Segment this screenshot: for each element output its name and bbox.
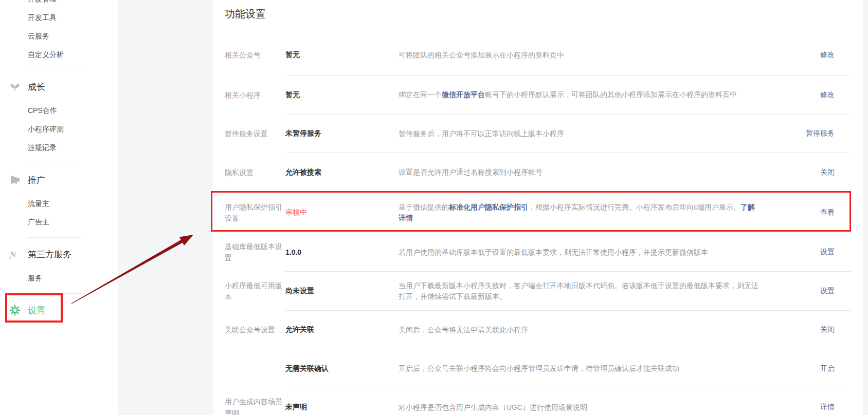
min-sdk-version-action-link[interactable]: 设置	[820, 248, 835, 256]
setting-action: 开启	[761, 364, 835, 373]
setting-value: 允许被搜索	[285, 168, 399, 177]
sidebar-divider	[27, 70, 82, 70]
sidebar-section-label: 成长	[28, 81, 45, 93]
sidebar-item-advertiser[interactable]: 广告主	[0, 213, 118, 231]
setting-action: 关闭	[761, 325, 835, 334]
sidebar-item-custom-analytics[interactable]: 自定义分析	[0, 45, 118, 64]
association-confirmation-action-link[interactable]: 开启	[820, 364, 835, 372]
suspend-service-action-link[interactable]: 暂停服务	[806, 129, 835, 137]
setting-action: 修改	[761, 90, 835, 100]
settings-panel: 功能设置 相关公众号暂无可将团队的相关公众号添加展示在小程序的资料页中修改相关小…	[213, 0, 863, 415]
description-text: 绑定在同一个	[399, 90, 442, 99]
min-available-version-action-link[interactable]: 设置	[820, 287, 835, 295]
setting-value: 暂无	[285, 50, 399, 60]
setting-description: 当用户下载最新版本小程序失败时，客户端会打开本地旧版本代码包。若该版本低于设置的…	[399, 280, 761, 302]
setting-row-min-available-version: 小程序最低可用版本尚未设置当用户下载最新版本小程序失败时，客户端会打开本地旧版本…	[213, 272, 863, 311]
description-text: 对小程序是否包含用户生成内容（UGC）进行使用场景说明	[399, 403, 587, 411]
sidebar-section-label: 第三方服务	[28, 249, 71, 260]
setting-value: 未暂停服务	[285, 129, 399, 138]
setting-label: 用户隐私保护指引设置	[225, 201, 285, 224]
description-text: 暂停服务后，用户将不可以正常访问线上版本小程序	[399, 129, 564, 138]
description-text: 关闭后，公众号将无法申请关联此小程序	[399, 326, 528, 334]
sidebar-divider	[27, 163, 82, 163]
setting-description: 可将团队的相关公众号添加展示在小程序的资料页中	[399, 50, 761, 61]
setting-row-ugc-declaration: 用户生成内容场景声明未声明对小程序是否包含用户生成内容（UGC）进行使用场景说明…	[213, 388, 863, 415]
sidebar: 开发管理开发工具云服务自定义分析成长CPS合作小程序评测违规记录推广流量主广告主…	[0, 0, 118, 415]
setting-value: 允许关联	[285, 325, 399, 334]
inline-link[interactable]: 标准化用户隐私保护指引	[449, 203, 528, 211]
setting-action: 修改	[761, 50, 835, 60]
setting-label: 相关小程序	[225, 89, 285, 101]
official-account-association-action-link[interactable]: 关闭	[820, 325, 835, 333]
setting-row-privacy-guide: 用户隐私保护指引设置审核中基于微信提供的标准化用户隐私保护指引，根据小程序实际情…	[213, 192, 863, 233]
description-text: 账号下的小程序默认展示，可将团队的其他小程序添加展示在小程序的资料页中	[485, 90, 737, 99]
privacy-setting-action-link[interactable]: 关闭	[820, 168, 835, 176]
sidebar-section-label: 推广	[28, 174, 45, 186]
gear-icon	[9, 305, 21, 316]
sidebar-item-miniprogram-evaluation[interactable]: 小程序评测	[0, 120, 118, 138]
setting-value: 无需关联确认	[285, 364, 399, 373]
sidebar-item-dev-tools[interactable]: 开发工具	[0, 8, 118, 27]
description-text: 基于微信提供的	[399, 203, 449, 211]
setting-value: 尚未设置	[285, 287, 399, 296]
setting-value: 1.0.0	[285, 248, 399, 256]
sidebar-item-cloud-services[interactable]: 云服务	[0, 27, 118, 45]
setting-row-privacy-setting: 隐私设置允许被搜索设置是否允许用户通过名称搜索到小程序帐号关闭	[213, 153, 863, 192]
related-miniprograms-action-link[interactable]: 修改	[820, 90, 835, 99]
sidebar-section-settings[interactable]: 设置	[0, 300, 118, 320]
privacy-guide-action-link[interactable]: 查看	[820, 208, 835, 216]
setting-label: 隐私设置	[225, 167, 285, 178]
sidebar-divider	[27, 293, 82, 294]
setting-description: 暂停服务后，用户将不可以正常访问线上版本小程序	[399, 128, 761, 139]
sidebar-item-services[interactable]: 服务	[0, 269, 118, 287]
description-text: 开启后，公众号关联小程序将会向小程序管理员发送申请，待管理员确认后才能关联成功	[399, 364, 679, 372]
setting-value: 暂无	[285, 90, 399, 100]
sprout-icon	[9, 81, 21, 92]
sidebar-nav: 开发管理开发工具云服务自定义分析成长CPS合作小程序评测违规记录推广流量主广告主…	[0, 0, 118, 320]
setting-description: 开启后，公众号关联小程序将会向小程序管理员发送申请，待管理员确认后才能关联成功	[399, 363, 761, 374]
description-text: ，根据小程序实际情况进行完善。小程序发布后即向c端用户展示。	[528, 203, 740, 211]
setting-action: 详情	[761, 403, 835, 412]
related-official-accounts-action-link[interactable]: 修改	[820, 50, 835, 59]
setting-action: 设置	[761, 248, 835, 257]
setting-action: 关闭	[761, 168, 835, 177]
setting-row-min-sdk-version: 基础库最低版本设置1.0.0若用户使用的基础库版本低于设置的最低版本要求，则无法…	[213, 233, 863, 272]
setting-row-official-account-association: 关联公众号设置允许关联关闭后，公众号将无法申请关联此小程序关闭	[213, 311, 863, 350]
setting-label: 暂停服务设置	[225, 128, 285, 139]
setting-value: 未声明	[285, 403, 399, 412]
setting-description: 绑定在同一个微信开放平台账号下的小程序默认展示，可将团队的其他小程序添加展示在小…	[399, 89, 761, 100]
setting-row-association-confirmation: 无需关联确认开启后，公众号关联小程序将会向小程序管理员发送申请，待管理员确认后才…	[213, 349, 863, 388]
sidebar-item-violation-records[interactable]: 违规记录	[0, 138, 118, 157]
description-text: 当用户下载最新版本小程序失败时，客户端会打开本地旧版本代码包。若该版本低于设置的…	[399, 281, 758, 300]
sidebar-section-growth[interactable]: 成长	[0, 77, 118, 97]
description-text: 若用户使用的基础库版本低于设置的最低版本要求，则无法正常使用小程序，并提示更新微…	[399, 248, 708, 256]
sidebar-item-traffic-monetization[interactable]: 流量主	[0, 194, 118, 213]
sidebar-section-promotion[interactable]: 推广	[0, 169, 118, 190]
page-title: 功能设置	[213, 0, 863, 21]
setting-description: 基于微信提供的标准化用户隐私保护指引，根据小程序实际情况进行完善。小程序发布后即…	[399, 202, 761, 223]
setting-row-related-miniprograms: 相关小程序暂无绑定在同一个微信开放平台账号下的小程序默认展示，可将团队的其他小程…	[213, 76, 863, 115]
sidebar-section-third-party-services[interactable]: N第三方服务	[0, 244, 118, 265]
setting-description: 若用户使用的基础库版本低于设置的最低版本要求，则无法正常使用小程序，并提示更新微…	[399, 247, 761, 258]
setting-row-related-official-accounts: 相关公众号暂无可将团队的相关公众号添加展示在小程序的资料页中修改	[213, 34, 863, 76]
setting-label: 小程序最低可用版本	[225, 280, 285, 303]
setting-action: 查看	[761, 208, 835, 217]
sidebar-item-dev-management[interactable]: 开发管理	[0, 0, 118, 8]
settings-rows: 相关公众号暂无可将团队的相关公众号添加展示在小程序的资料页中修改相关小程序暂无绑…	[213, 34, 863, 415]
setting-label: 用户生成内容场景声明	[225, 396, 285, 415]
inline-link[interactable]: 微信开放平台	[442, 90, 485, 99]
description-text: 设置是否允许用户通过名称搜索到小程序帐号	[399, 168, 542, 176]
description-text: 可将团队的相关公众号添加展示在小程序的资料页中	[399, 51, 564, 59]
setting-description: 设置是否允许用户通过名称搜索到小程序帐号	[399, 167, 761, 178]
sidebar-item-cps-cooperation[interactable]: CPS合作	[0, 101, 118, 120]
setting-description: 对小程序是否包含用户生成内容（UGC）进行使用场景说明	[399, 402, 761, 413]
setting-label: 关联公众号设置	[225, 324, 285, 335]
third-party-icon: N	[9, 249, 21, 260]
ugc-declaration-action-link[interactable]: 详情	[820, 403, 835, 411]
sidebar-divider	[27, 237, 82, 238]
setting-row-suspend-service: 暂停服务设置未暂停服务暂停服务后，用户将不可以正常访问线上版本小程序暂停服务	[213, 115, 863, 154]
setting-label: 基础库最低版本设置	[225, 241, 285, 263]
megaphone-icon	[9, 174, 21, 185]
setting-action: 设置	[761, 287, 835, 296]
setting-action: 暂停服务	[761, 129, 835, 138]
